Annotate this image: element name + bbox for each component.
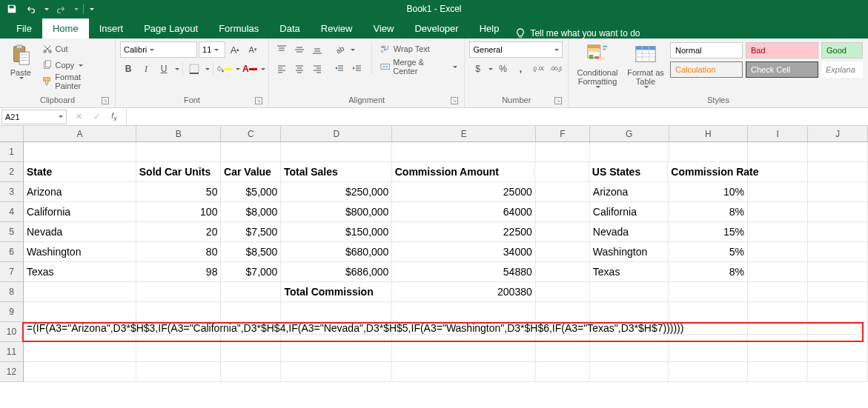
tab-file[interactable]: File — [6, 19, 42, 39]
col-header[interactable]: J — [808, 126, 868, 141]
cell[interactable]: 25000 — [392, 182, 535, 202]
accounting-format-icon[interactable]: $ — [469, 61, 486, 77]
align-bottom-icon[interactable] — [309, 41, 325, 58]
col-header[interactable]: I — [748, 126, 808, 141]
redo-icon[interactable] — [53, 1, 68, 16]
cell[interactable]: Sold Car Units — [136, 162, 221, 182]
align-middle-icon[interactable] — [291, 41, 308, 58]
bold-button[interactable]: B — [120, 61, 136, 77]
percent-format-icon[interactable]: % — [494, 61, 511, 77]
row-header[interactable]: 10 — [0, 322, 24, 342]
tab-insert[interactable]: Insert — [89, 19, 134, 39]
decrease-indent-icon[interactable] — [331, 61, 348, 77]
col-header[interactable]: E — [392, 126, 535, 141]
enter-formula-icon[interactable]: ✓ — [90, 112, 102, 121]
cell[interactable]: California — [590, 202, 669, 222]
font-launcher[interactable]: ↘ — [255, 97, 262, 104]
font-size-select[interactable]: 11 — [199, 41, 225, 58]
cell[interactable]: Total Sales — [281, 162, 392, 182]
cell[interactable]: 20 — [136, 222, 221, 242]
cell[interactable]: Total Commission — [281, 282, 392, 302]
tab-data[interactable]: Data — [269, 19, 310, 39]
font-color-icon[interactable]: A — [242, 61, 258, 77]
cell[interactable]: 50 — [136, 182, 221, 202]
increase-font-icon[interactable]: A▴ — [227, 41, 243, 58]
tab-view[interactable]: View — [362, 19, 404, 39]
cell[interactable]: Commission Amount — [392, 162, 535, 182]
row-header[interactable]: 12 — [0, 362, 24, 382]
cell[interactable]: $680,000 — [281, 242, 392, 262]
cancel-formula-icon[interactable]: ✕ — [73, 112, 85, 121]
cell[interactable]: $800,000 — [281, 202, 392, 222]
fill-color-icon[interactable] — [216, 61, 233, 77]
tab-review[interactable]: Review — [311, 19, 363, 39]
row-header[interactable]: 3 — [0, 182, 24, 202]
cell[interactable]: 8% — [669, 262, 748, 282]
merge-center-button[interactable]: Merge & Center — [378, 59, 460, 74]
cell[interactable]: $8,000 — [221, 202, 281, 222]
cell[interactable]: Arizona — [590, 182, 669, 202]
col-header[interactable]: D — [281, 126, 392, 141]
cell[interactable]: Washington — [590, 242, 669, 262]
col-header[interactable]: C — [221, 126, 281, 141]
cell[interactable]: $7,500 — [221, 222, 281, 242]
cut-button[interactable]: Cut — [40, 41, 111, 56]
decrease-decimal-icon[interactable]: .00.0 — [548, 61, 564, 77]
cell[interactable]: Washington — [24, 242, 136, 262]
cell[interactable]: $7,000 — [221, 262, 281, 282]
align-right-icon[interactable] — [309, 61, 325, 77]
cell[interactable]: Texas — [24, 262, 136, 282]
col-header[interactable]: G — [590, 126, 669, 141]
col-header[interactable]: H — [669, 126, 749, 141]
cell[interactable]: 10% — [669, 182, 748, 202]
alignment-launcher[interactable]: ↘ — [451, 97, 458, 104]
comma-format-icon[interactable]: , — [512, 61, 529, 77]
tab-page-layout[interactable]: Page Layout — [133, 19, 208, 39]
tab-home[interactable]: Home — [42, 19, 89, 39]
clipboard-launcher[interactable]: ↘ — [102, 97, 109, 104]
align-center-icon[interactable] — [291, 61, 308, 77]
cell[interactable]: 54880 — [392, 262, 535, 282]
paste-button[interactable]: Paste — [4, 41, 37, 81]
row-header[interactable]: 5 — [0, 222, 24, 242]
cell[interactable]: 64000 — [392, 202, 535, 222]
cell[interactable]: 5% — [669, 242, 748, 262]
tell-me[interactable]: Tell me what you want to do — [509, 28, 646, 39]
style-calculation[interactable]: Calculation — [670, 61, 743, 78]
decrease-font-icon[interactable]: A▾ — [245, 41, 261, 58]
fx-icon[interactable]: fx — [108, 111, 120, 122]
copy-button[interactable]: Copy — [40, 58, 111, 73]
cell[interactable]: Nevada — [590, 222, 669, 242]
row-header[interactable]: 8 — [0, 282, 24, 302]
cell[interactable]: $5,000 — [221, 182, 281, 202]
cells-area[interactable]: State Sold Car Units Car Value Total Sal… — [24, 142, 868, 408]
col-header[interactable]: B — [136, 126, 221, 141]
row-header[interactable]: 11 — [0, 342, 24, 362]
cell[interactable]: $8,500 — [221, 242, 281, 262]
align-top-icon[interactable] — [274, 41, 290, 58]
cell[interactable]: 98 — [136, 262, 221, 282]
formula-input[interactable] — [127, 108, 868, 125]
row-header[interactable]: 1 — [0, 142, 24, 162]
tab-formulas[interactable]: Formulas — [208, 19, 269, 39]
cell[interactable]: 8% — [669, 202, 748, 222]
cell[interactable]: 80 — [136, 242, 221, 262]
number-format-select[interactable]: General — [469, 41, 563, 58]
number-launcher[interactable]: ↘ — [554, 97, 562, 104]
cell[interactable]: $150,000 — [281, 222, 392, 242]
style-explanatory[interactable]: Explana — [821, 61, 863, 78]
cell[interactable]: State — [24, 162, 136, 182]
cell[interactable] — [535, 162, 589, 182]
col-header[interactable]: F — [536, 126, 590, 141]
cell[interactable]: 22500 — [392, 222, 535, 242]
cell[interactable]: 34000 — [392, 242, 535, 262]
tab-developer[interactable]: Developer — [404, 19, 468, 39]
style-bad[interactable]: Bad — [746, 42, 818, 58]
cell[interactable]: Commission Rate — [668, 162, 748, 182]
row-header[interactable]: 7 — [0, 262, 24, 282]
cell[interactable]: $250,000 — [281, 182, 392, 202]
increase-indent-icon[interactable] — [349, 61, 365, 77]
name-box[interactable]: A21 — [1, 110, 67, 124]
row-header[interactable]: 9 — [0, 302, 24, 322]
cell[interactable]: 200380 — [392, 282, 535, 302]
